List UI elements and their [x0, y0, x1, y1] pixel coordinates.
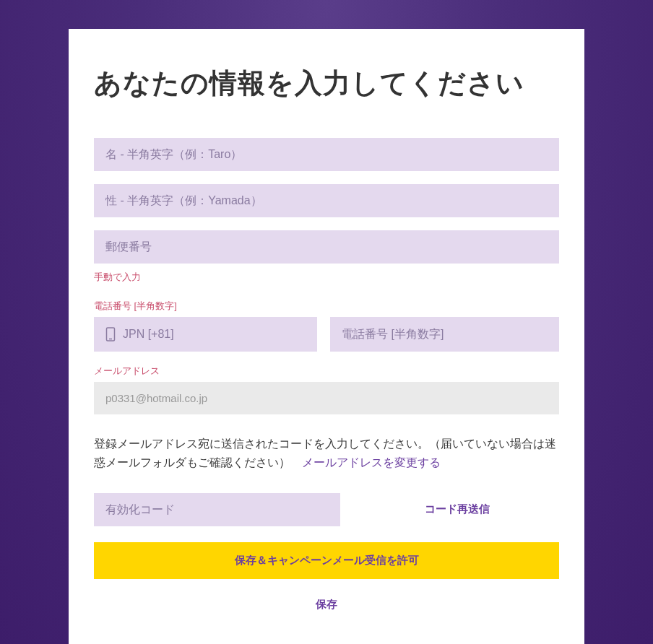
phone-country-selector[interactable]: JPN [+81]	[94, 317, 317, 352]
activation-code-input[interactable]	[94, 493, 340, 526]
phone-row: JPN [+81]	[94, 317, 559, 352]
phone-label: 電話番号 [半角数字]	[94, 300, 559, 313]
manual-input-link[interactable]: 手動で入力	[94, 271, 559, 284]
first-name-input[interactable]	[94, 138, 559, 171]
phone-country-text: JPN [+81]	[123, 328, 174, 341]
instruction-text: 登録メールアドレス宛に送信されたコードを入力してください。（届いていない場合は迷…	[94, 435, 559, 473]
phone-number-input[interactable]	[330, 317, 559, 352]
page-title: あなたの情報を入力してください	[94, 65, 559, 102]
save-allow-campaign-button[interactable]: 保存＆キャンペーンメール受信を許可	[94, 542, 559, 579]
email-input	[94, 382, 559, 414]
mobile-icon	[105, 327, 116, 341]
resend-code-link[interactable]: コード再送信	[355, 502, 559, 516]
last-name-input[interactable]	[94, 184, 559, 217]
change-email-link[interactable]: メールアドレスを変更する	[302, 456, 441, 469]
save-button[interactable]: 保存	[94, 592, 559, 617]
activation-code-row: コード再送信	[94, 493, 559, 526]
postal-code-input[interactable]	[94, 230, 559, 264]
email-label: メールアドレス	[94, 365, 559, 378]
form-card: あなたの情報を入力してください 手動で入力 電話番号 [半角数字] JPN [+…	[69, 29, 584, 644]
